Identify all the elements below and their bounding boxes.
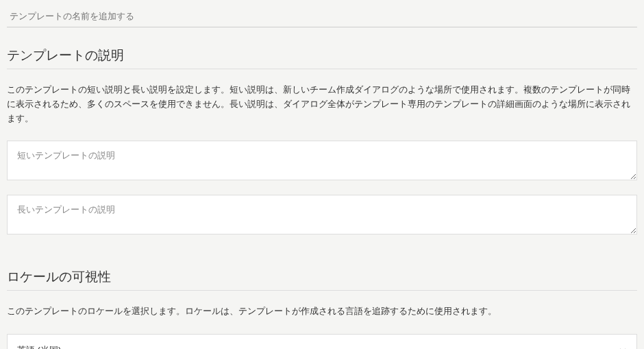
locale-selected-value: 英語 (米国) — [17, 344, 61, 349]
locale-visibility-heading: ロケールの可視性 — [7, 268, 637, 291]
long-description-input[interactable] — [7, 195, 637, 234]
short-description-input[interactable] — [7, 141, 637, 180]
locale-select-wrapper: 英語 (米国) — [7, 334, 637, 349]
locale-select[interactable]: 英語 (米国) — [7, 334, 637, 349]
locale-visibility-help: このテンプレートのロケールを選択します。ロケールは、テンプレートが作成される言語… — [7, 304, 637, 319]
template-description-help: このテンプレートの短い説明と長い説明を設定します。短い説明は、新しいチーム作成ダ… — [7, 83, 637, 125]
chevron-down-icon — [619, 346, 627, 349]
template-description-heading: テンプレートの説明 — [7, 47, 637, 69]
template-name-input[interactable] — [7, 7, 637, 27]
